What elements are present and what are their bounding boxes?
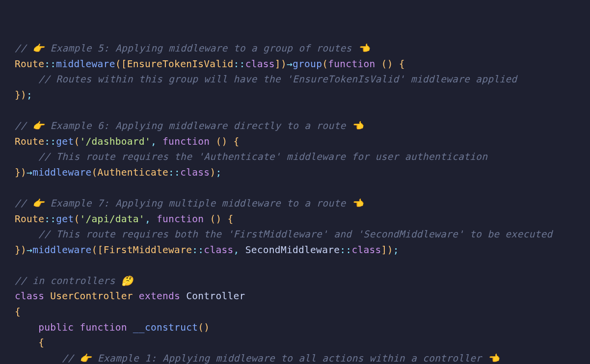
function-keyword: function xyxy=(157,213,204,225)
class-keyword: class xyxy=(15,290,44,302)
paren-open: ( xyxy=(115,58,121,70)
bracket-close: ] xyxy=(275,58,281,70)
construct-method: __construct xyxy=(133,322,198,333)
comment-authenticate: // This route requires the 'Authenticate… xyxy=(15,151,487,162)
function-keyword: function xyxy=(328,58,375,70)
bracket-open: [ xyxy=(98,244,104,256)
comment-group-routes: // Routes within this group will have th… xyxy=(15,74,517,85)
paren-close: ) xyxy=(204,322,210,333)
brace-open: { xyxy=(15,337,44,348)
bracket-close: ] xyxy=(381,244,387,256)
scope-operator: :: xyxy=(44,136,56,147)
authenticate-class: Authenticate xyxy=(98,167,168,178)
paren-open: ( xyxy=(381,58,387,70)
get-method: get xyxy=(56,136,74,147)
arrow-operator: → xyxy=(27,167,32,178)
paren-close: ) xyxy=(387,58,393,70)
brace-open: { xyxy=(228,213,234,225)
dashboard-path: '/dashboard' xyxy=(80,136,150,147)
paren-close: ) xyxy=(21,167,27,178)
bracket-open: [ xyxy=(121,58,127,70)
semicolon: ; xyxy=(215,167,221,178)
extends-keyword: extends xyxy=(139,290,180,302)
controller-class: Controller xyxy=(186,290,245,302)
class-prop: class xyxy=(204,244,233,256)
route-class: Route xyxy=(15,136,44,147)
arrow-operator: → xyxy=(287,58,293,70)
brace-close: } xyxy=(15,244,21,256)
scope-operator: :: xyxy=(44,58,56,70)
paren-open: ( xyxy=(198,322,204,333)
paren-close: ) xyxy=(215,213,221,225)
scope-operator: :: xyxy=(192,244,204,256)
paren-open: ( xyxy=(74,213,80,225)
comma: , xyxy=(151,136,157,147)
paren-open: ( xyxy=(92,244,98,256)
middleware-method: middleware xyxy=(32,244,91,256)
function-keyword: function xyxy=(80,322,127,333)
group-method: group xyxy=(293,58,322,70)
semicolon: ; xyxy=(393,244,399,256)
paren-close: ) xyxy=(387,244,393,256)
function-keyword: function xyxy=(162,136,210,147)
comment-example-5: // 👉 Example 5: Applying middleware to a… xyxy=(15,43,370,54)
brace-open: { xyxy=(234,136,240,147)
arrow-operator: → xyxy=(27,244,32,256)
scope-operator: :: xyxy=(340,244,351,256)
comment-multiple-middleware: // This route requires both the 'FirstMi… xyxy=(15,229,553,240)
scope-operator: :: xyxy=(234,58,245,70)
paren-close: ) xyxy=(21,89,27,101)
paren-open: ( xyxy=(92,167,98,178)
paren-open: ( xyxy=(210,213,215,225)
user-controller-class: UserController xyxy=(50,290,133,302)
brace-open: { xyxy=(15,306,21,317)
paren-close: ) xyxy=(221,136,227,147)
paren-open: ( xyxy=(322,58,328,70)
comment-controllers: // in controllers 🤔 xyxy=(15,275,133,286)
route-class: Route xyxy=(15,213,44,225)
code-editor[interactable]: // 👉 Example 5: Applying middleware to a… xyxy=(15,41,575,364)
class-prop: class xyxy=(180,167,210,178)
paren-close: ) xyxy=(210,167,215,178)
comma: , xyxy=(145,213,151,225)
scope-operator: :: xyxy=(44,213,56,225)
scope-operator: :: xyxy=(168,167,180,178)
brace-close: } xyxy=(15,167,21,178)
get-method: get xyxy=(56,213,74,225)
first-middleware-class: FirstMiddleware xyxy=(104,244,192,256)
comment-example-6: // 👉 Example 6: Applying middleware dire… xyxy=(15,120,364,131)
class-prop: class xyxy=(245,58,275,70)
brace-close: } xyxy=(15,89,21,101)
second-middleware-class: SecondMiddleware xyxy=(245,244,340,256)
paren-close: ) xyxy=(281,58,287,70)
ensure-token-class: EnsureTokenIsValid xyxy=(127,58,234,70)
api-data-path: '/api/data' xyxy=(80,213,144,225)
comment-example-7: // 👉 Example 7: Applying multiple middle… xyxy=(15,198,364,209)
paren-open: ( xyxy=(215,136,221,147)
route-class: Route xyxy=(15,58,44,70)
middleware-method: middleware xyxy=(56,58,115,70)
paren-open: ( xyxy=(74,136,80,147)
comma: , xyxy=(234,244,240,256)
middleware-method: middleware xyxy=(32,167,91,178)
class-prop: class xyxy=(351,244,381,256)
brace-open: { xyxy=(399,58,405,70)
paren-close: ) xyxy=(21,244,27,256)
comment-example-1: // 👉 Example 1: Applying middleware to a… xyxy=(15,353,500,364)
semicolon: ; xyxy=(27,89,32,101)
public-keyword: public xyxy=(15,322,74,333)
